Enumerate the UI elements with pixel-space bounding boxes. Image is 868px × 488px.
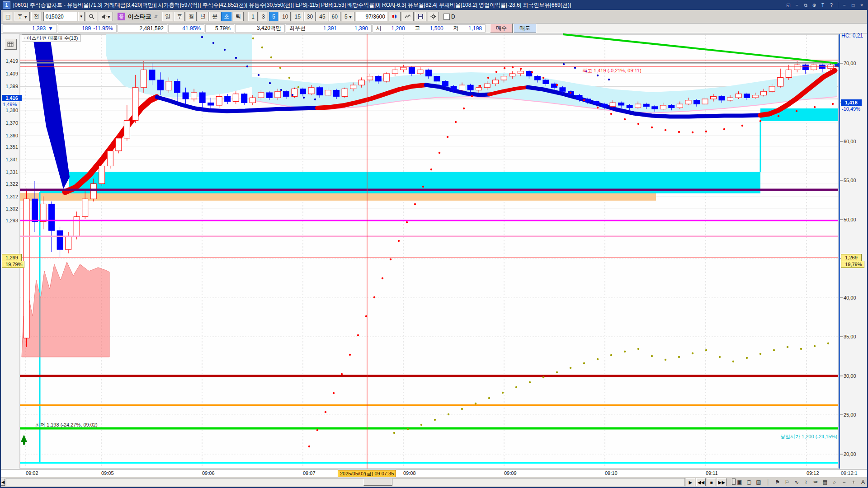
maximize-icon[interactable]: □ bbox=[849, 2, 857, 9]
svg-text:1,302: 1,302 bbox=[5, 206, 18, 211]
grid-settings-icon[interactable] bbox=[4, 39, 17, 50]
code-dropdown[interactable]: ▼ bbox=[78, 12, 85, 21]
candle-settings-icon[interactable] bbox=[389, 12, 401, 21]
cascade-windows-icon[interactable]: ▢ bbox=[745, 478, 754, 486]
time-label: 09:08 bbox=[403, 470, 416, 476]
search-icon[interactable] bbox=[86, 12, 97, 21]
stock-code-input[interactable]: 015020 bbox=[43, 12, 77, 21]
period-button-주[interactable]: 주 bbox=[174, 12, 185, 21]
save-icon[interactable] bbox=[415, 12, 426, 21]
text-tool-icon[interactable]: T bbox=[819, 2, 826, 9]
minimize-icon[interactable]: − bbox=[841, 2, 848, 9]
svg-text:1,312: 1,312 bbox=[5, 194, 18, 199]
interval-button-1[interactable]: 1 bbox=[248, 12, 258, 21]
line-style-icon[interactable] bbox=[402, 12, 414, 21]
svg-text:50,00: 50,00 bbox=[844, 217, 856, 222]
scrollbar-thumb[interactable] bbox=[363, 479, 392, 486]
interval-button-5[interactable]: 5 bbox=[269, 12, 278, 21]
interval-button-60[interactable]: 60 bbox=[329, 12, 340, 21]
rewind-icon[interactable]: ◀◀ bbox=[696, 478, 706, 486]
quote-info-bar: 1,393▼ 189-11.95% 2,481,592 41.95% 5.79%… bbox=[1, 23, 867, 33]
right-crosshair-chip: 1,269 bbox=[841, 254, 862, 261]
period-button-일[interactable]: 일 bbox=[162, 12, 173, 21]
close-icon[interactable]: × bbox=[858, 2, 865, 9]
week-combo[interactable]: 주 ▾ bbox=[14, 12, 29, 21]
arrange-windows-icon[interactable]: ▣ bbox=[735, 478, 744, 486]
svg-text:1,399: 1,399 bbox=[5, 84, 18, 89]
time-label: 09:10 bbox=[605, 470, 618, 476]
trend-tool-icon[interactable]: ∿ bbox=[792, 478, 801, 486]
time-label: 09:12 bbox=[807, 470, 819, 476]
svg-text:40,00: 40,00 bbox=[844, 295, 856, 300]
zoom-out-icon[interactable]: − bbox=[840, 478, 849, 486]
font-size-icon[interactable]: A bbox=[859, 478, 868, 486]
interval-button-3[interactable]: 3 bbox=[259, 12, 268, 21]
buy-button[interactable]: 매수 bbox=[490, 23, 513, 33]
fast-forward-icon[interactable]: ▶▶ bbox=[717, 478, 726, 486]
zoom-icon[interactable]: ⌕ bbox=[830, 478, 839, 486]
help-icon[interactable]: ? bbox=[828, 2, 835, 9]
time-label: 09:06 bbox=[202, 470, 215, 476]
chart-area[interactable]: 최고 1,419 (-0,21%, 09:11)최저 1,198 (-24,27… bbox=[1, 33, 867, 469]
interval-button-30[interactable]: 30 bbox=[304, 12, 316, 21]
svg-text:1,360: 1,360 bbox=[5, 133, 18, 138]
time-label: 09:11 bbox=[706, 470, 718, 476]
svg-text:35,00: 35,00 bbox=[844, 334, 856, 339]
interval-button-10[interactable]: 10 bbox=[279, 12, 291, 21]
volume-field: 2,481,592 bbox=[118, 24, 167, 33]
flag-marker-icon[interactable]: ⚑ bbox=[773, 478, 782, 486]
title-bar: 1 [0601] 주식종합차트 - 유통비율[71.3] 거래대금[3,420(… bbox=[1, 0, 867, 10]
multi-trend-tool-icon[interactable]: ≀ bbox=[802, 478, 811, 486]
ohl-field: 시1,200 고1,500 저1,198 bbox=[373, 24, 486, 33]
time-label: 09:05 bbox=[101, 470, 114, 476]
period-button-년[interactable]: 년 bbox=[198, 12, 208, 21]
interval-button-15[interactable]: 15 bbox=[292, 12, 303, 21]
bar-counter[interactable]: 97/3600 bbox=[356, 12, 387, 21]
horizontal-scrollbar[interactable] bbox=[6, 478, 685, 486]
svg-text:최고 1,419 (-0,21%, 09:11): 최고 1,419 (-0,21%, 09:11) bbox=[582, 68, 642, 73]
duplicate-window-icon[interactable]: ⧉ bbox=[802, 2, 809, 9]
minimize-panel-icon[interactable]: − bbox=[793, 2, 801, 9]
play-icon[interactable]: ▶ bbox=[686, 478, 695, 486]
time-axis[interactable]: 2025/05/02(금) 09:07:35 09:12:1 09:0209:0… bbox=[1, 469, 867, 478]
flag-marker2-icon[interactable]: ⚐ bbox=[783, 478, 792, 486]
speaker-icon[interactable]: ▾ bbox=[99, 12, 113, 21]
chart-canvas[interactable]: 최고 1,419 (-0,21%, 09:11)최저 1,198 (-24,27… bbox=[1, 33, 867, 469]
stop-icon[interactable]: ■ bbox=[707, 478, 716, 486]
scroll-left-icon[interactable]: ◀ bbox=[1, 479, 5, 486]
sound-alert-icon[interactable]: ♒ bbox=[811, 478, 820, 486]
pin-icon[interactable]: ⊕ bbox=[811, 2, 818, 9]
slider-thumb[interactable] bbox=[732, 479, 736, 485]
panel-box-icon: ▫ bbox=[24, 36, 25, 40]
app-icon: 1 bbox=[3, 1, 10, 9]
period-button-월[interactable]: 월 bbox=[186, 12, 197, 21]
snapshot-icon[interactable]: ▤ bbox=[821, 478, 830, 486]
period-button-분[interactable]: 분 bbox=[209, 12, 220, 21]
sort-icon: ⇵ bbox=[154, 14, 158, 19]
time-label: 09:07 bbox=[303, 470, 316, 476]
d-checkbox-label: D bbox=[451, 14, 455, 20]
count-combo[interactable]: 5 ▾ bbox=[342, 12, 354, 21]
gear-icon[interactable] bbox=[428, 12, 439, 21]
fill-pattern-icon[interactable]: ▨ bbox=[754, 478, 763, 486]
left-crosshair-chip: 1,269 bbox=[2, 254, 22, 261]
period-button-초[interactable]: 초 bbox=[221, 12, 232, 21]
indicator-panel-label[interactable]: ▫ 이스타코 매물대 수(13) bbox=[22, 34, 80, 42]
left-price-chip: 1,416 bbox=[2, 95, 22, 101]
period-button-틱[interactable]: 틱 bbox=[233, 12, 244, 21]
interval-button-45[interactable]: 45 bbox=[316, 12, 328, 21]
svg-text:55,00: 55,00 bbox=[844, 178, 856, 183]
svg-text:25,00: 25,00 bbox=[844, 412, 856, 418]
zoom-in-icon[interactable]: + bbox=[849, 478, 858, 486]
change-field: 189-11.95% bbox=[58, 24, 117, 33]
svg-text:20,00: 20,00 bbox=[844, 451, 856, 457]
split-window-icon[interactable]: ◲ bbox=[3, 12, 13, 21]
sell-button[interactable]: 매도 bbox=[514, 23, 536, 33]
svg-text:1,341: 1,341 bbox=[5, 157, 18, 162]
popup-icon[interactable]: ◱ bbox=[785, 2, 792, 9]
window-title: [0601] 주식종합차트 - 유통비율[71.3] 거래대금[3,420(백만… bbox=[13, 1, 782, 9]
divider: │ bbox=[764, 478, 773, 486]
prev-stock-button[interactable]: 전 bbox=[31, 12, 42, 21]
amount-field: 3,420백만 bbox=[235, 24, 285, 33]
d-checkbox[interactable] bbox=[443, 14, 450, 20]
